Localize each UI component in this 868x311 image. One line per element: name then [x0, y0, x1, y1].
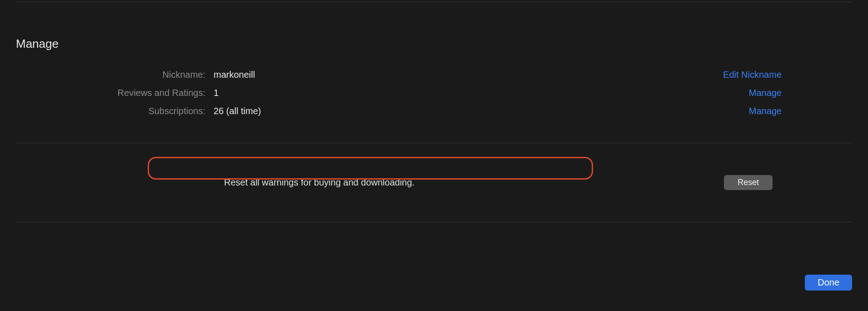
manage-rows: Nickname: markoneill Edit Nickname Revie… — [0, 65, 868, 120]
manage-reviews-link[interactable]: Manage — [749, 88, 868, 98]
reviews-row: Reviews and Ratings: 1 Manage — [0, 84, 868, 102]
divider-mid — [16, 143, 852, 143]
nickname-value: markoneill — [214, 70, 723, 80]
subscriptions-label: Subscriptions: — [0, 106, 214, 116]
reviews-label: Reviews and Ratings: — [0, 88, 214, 98]
divider-top — [16, 2, 852, 2]
reviews-value: 1 — [214, 88, 749, 98]
nickname-label: Nickname: — [0, 70, 214, 80]
subscriptions-value: 26 (all time) — [214, 106, 749, 116]
section-title: Manage — [16, 37, 868, 51]
done-button[interactable]: Done — [805, 275, 852, 291]
edit-nickname-link[interactable]: Edit Nickname — [723, 70, 868, 80]
reset-section: Reset all warnings for buying and downlo… — [0, 175, 868, 190]
reset-button[interactable]: Reset — [724, 175, 773, 190]
subscriptions-row: Subscriptions: 26 (all time) Manage — [0, 102, 868, 120]
reset-text: Reset all warnings for buying and downlo… — [224, 177, 724, 188]
divider-bottom — [16, 222, 852, 222]
nickname-row: Nickname: markoneill Edit Nickname — [0, 65, 868, 84]
manage-subscriptions-link[interactable]: Manage — [749, 106, 868, 116]
